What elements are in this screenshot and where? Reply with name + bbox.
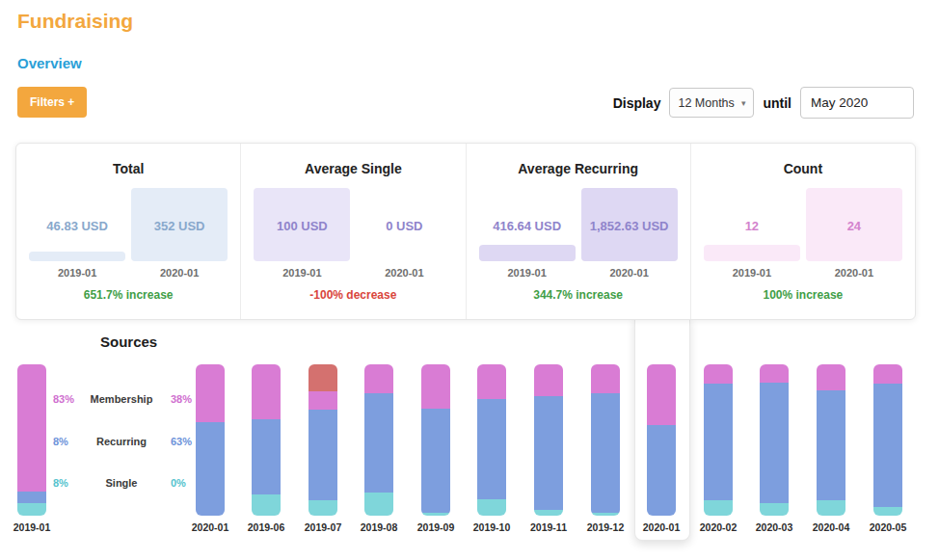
change-badge: 100% increase bbox=[691, 288, 915, 302]
display-select[interactable]: 12 Months ▾ bbox=[669, 88, 754, 118]
curr-value: 0 USD bbox=[356, 219, 452, 233]
bar-stack[interactable] bbox=[534, 364, 563, 516]
curr-value: 352 USD bbox=[131, 219, 228, 233]
bar-segment-membership[interactable] bbox=[873, 364, 902, 384]
bar-segment-recurring[interactable] bbox=[591, 393, 620, 513]
bar-segment-recurring[interactable] bbox=[17, 492, 46, 504]
bar-segment-membership[interactable] bbox=[817, 364, 845, 390]
fundraising-dashboard: Fundraising Overview Filters + Display 1… bbox=[0, 0, 939, 560]
prev-mini-bar[interactable] bbox=[704, 245, 800, 261]
display-controls: Display 12 Months ▾ until bbox=[613, 87, 914, 119]
bar-segment-single[interactable] bbox=[309, 500, 337, 516]
bar-segment-recurring[interactable] bbox=[873, 384, 902, 506]
stacked-bar-2020-01[interactable]: 2020-01 bbox=[196, 364, 225, 516]
bar-stack[interactable] bbox=[252, 364, 281, 516]
stacked-bar-2020-01-highlighted[interactable]: 2020-01 bbox=[647, 364, 676, 516]
stacked-bar-2019-09[interactable]: 2019-09 bbox=[421, 364, 450, 516]
bar-segment-membership[interactable] bbox=[421, 364, 450, 409]
curr-date-label: 2020-01 bbox=[356, 267, 452, 279]
bar-segment-other[interactable] bbox=[309, 364, 337, 391]
prev-date-label: 2019-01 bbox=[704, 267, 800, 279]
stat-title: Average Single bbox=[241, 161, 465, 176]
bar-segment-membership[interactable] bbox=[252, 364, 281, 419]
bar-segment-single[interactable] bbox=[477, 499, 506, 516]
bar-segment-recurring[interactable] bbox=[309, 410, 337, 500]
bar-segment-membership[interactable] bbox=[534, 364, 563, 396]
stacked-bar-2020-03[interactable]: 2020-03 bbox=[760, 364, 789, 516]
prev-mini-bar[interactable] bbox=[479, 245, 576, 261]
filters-button[interactable]: Filters + bbox=[17, 87, 87, 118]
bar-segment-single[interactable] bbox=[252, 494, 281, 516]
until-date-input[interactable] bbox=[800, 87, 914, 119]
stat-title: Count bbox=[691, 161, 915, 176]
bar-segment-membership[interactable] bbox=[17, 364, 46, 492]
bar-segment-single[interactable] bbox=[704, 500, 733, 516]
bar-stack[interactable] bbox=[477, 364, 506, 516]
bar-segment-single[interactable] bbox=[873, 507, 902, 516]
bar-segment-membership[interactable] bbox=[196, 364, 225, 422]
prev-value: 46.83 USD bbox=[29, 219, 125, 233]
bar-segment-single[interactable] bbox=[534, 510, 563, 516]
bar-segment-single[interactable] bbox=[760, 503, 789, 516]
curr-value: 24 bbox=[806, 219, 902, 233]
curr-date-label: 2020-01 bbox=[806, 267, 902, 279]
bar-stack[interactable] bbox=[17, 364, 46, 516]
stat-title: Total bbox=[16, 161, 240, 176]
stacked-bar-2019-08[interactable]: 2019-08 bbox=[364, 364, 393, 516]
bar-segment-single[interactable] bbox=[421, 513, 450, 516]
bar-date-label: 2019-07 bbox=[305, 521, 342, 533]
bar-stack[interactable] bbox=[704, 364, 733, 516]
stacked-bar-2019-07[interactable]: 2019-07 bbox=[309, 364, 337, 516]
bar-segment-single[interactable] bbox=[817, 500, 845, 516]
overview-link[interactable]: Overview bbox=[17, 55, 82, 71]
bar-segment-membership[interactable] bbox=[309, 391, 337, 410]
bar-date-label: 2019-06 bbox=[248, 521, 285, 533]
bar-segment-membership[interactable] bbox=[760, 364, 789, 383]
bar-segment-membership[interactable] bbox=[477, 364, 506, 399]
bar-segment-recurring[interactable] bbox=[477, 399, 506, 499]
bar-segment-recurring[interactable] bbox=[760, 383, 789, 504]
bar-stack[interactable] bbox=[760, 364, 789, 516]
prev-date-label: 2019-01 bbox=[479, 267, 576, 279]
bar-segment-membership[interactable] bbox=[364, 364, 393, 393]
bar-segment-recurring[interactable] bbox=[647, 425, 676, 516]
bar-stack[interactable] bbox=[591, 364, 620, 516]
bar-segment-single[interactable] bbox=[591, 513, 620, 516]
bar-stack[interactable] bbox=[421, 364, 450, 516]
stacked-bar-2019-01[interactable]: 2019-01 bbox=[17, 364, 46, 516]
bar-date-label: 2020-05 bbox=[870, 521, 907, 533]
sources-chart: 2019-012020-012019-062019-072019-082019-… bbox=[0, 364, 939, 560]
stat-column-average-recurring: Average Recurring 416.64 USD 1,852.63 US… bbox=[467, 144, 691, 319]
bar-segment-recurring[interactable] bbox=[534, 396, 563, 510]
stacked-bar-2020-02[interactable]: 2020-02 bbox=[704, 364, 733, 516]
bar-segment-recurring[interactable] bbox=[364, 393, 393, 493]
stacked-bar-2020-05[interactable]: 2020-05 bbox=[873, 364, 902, 516]
bar-segment-recurring[interactable] bbox=[252, 419, 281, 495]
bar-segment-recurring[interactable] bbox=[817, 390, 845, 501]
stacked-bar-2019-06[interactable]: 2019-06 bbox=[252, 364, 281, 516]
stacked-bar-2019-12[interactable]: 2019-12 bbox=[591, 364, 620, 516]
bar-date-label: 2020-01 bbox=[643, 521, 681, 533]
prev-mini-bar[interactable] bbox=[29, 252, 125, 261]
bar-segment-recurring[interactable] bbox=[421, 409, 450, 513]
bar-date-label: 2020-01 bbox=[192, 521, 229, 533]
bar-stack[interactable] bbox=[817, 364, 845, 516]
bar-stack[interactable] bbox=[364, 364, 393, 516]
bar-stack[interactable] bbox=[309, 364, 337, 516]
bar-date-label: 2019-09 bbox=[417, 521, 455, 533]
bar-segment-recurring[interactable] bbox=[704, 384, 733, 500]
bar-segment-single[interactable] bbox=[17, 503, 46, 516]
bar-segment-recurring[interactable] bbox=[196, 422, 225, 516]
bar-segment-single[interactable] bbox=[364, 493, 393, 516]
stacked-bar-2019-10[interactable]: 2019-10 bbox=[477, 364, 506, 516]
bar-date-label: 2020-02 bbox=[700, 521, 738, 533]
bar-stack[interactable] bbox=[873, 364, 902, 516]
stacked-bar-2020-04[interactable]: 2020-04 bbox=[817, 364, 845, 516]
bar-stack[interactable] bbox=[647, 364, 676, 516]
stacked-bar-2019-11[interactable]: 2019-11 bbox=[534, 364, 563, 516]
bar-segment-membership[interactable] bbox=[704, 364, 733, 384]
bar-stack[interactable] bbox=[196, 364, 225, 516]
bar-date-label: 2019-11 bbox=[530, 521, 567, 533]
bar-segment-membership[interactable] bbox=[647, 364, 676, 425]
bar-segment-membership[interactable] bbox=[591, 364, 620, 393]
